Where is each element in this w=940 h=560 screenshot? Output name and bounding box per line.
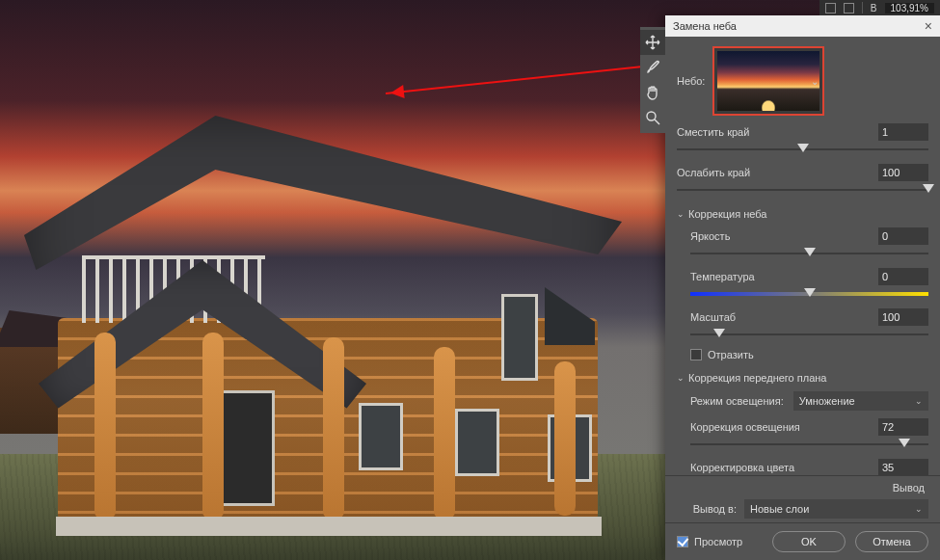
shift-edge-value[interactable]	[878, 123, 928, 141]
color-adjust-label: Корректировка цвета	[690, 462, 794, 473]
panel-titlebar[interactable]: Замена неба ×	[665, 15, 940, 37]
doc-status-bar: В 103,91%	[819, 0, 940, 15]
zoom-prefix: В	[871, 3, 877, 13]
arrange-icon-2[interactable]	[844, 3, 854, 13]
light-amount-value[interactable]	[878, 418, 928, 436]
move-tool[interactable]	[640, 30, 665, 55]
output-to-label: Вывод в:	[677, 503, 737, 515]
cancel-label: Отмена	[873, 536, 910, 547]
panel-title: Замена неба	[673, 20, 737, 32]
flip-label: Отразить	[708, 349, 754, 360]
brightness-slider[interactable]	[690, 247, 928, 260]
checkbox-icon	[690, 349, 702, 360]
preview-checkbox[interactable]: Просмотр	[677, 536, 742, 547]
output-header: Вывод	[893, 482, 925, 493]
light-amount-slider[interactable]	[690, 438, 928, 451]
preview-label: Просмотр	[694, 536, 742, 547]
svg-point-0	[647, 112, 656, 120]
sky-label: Небо:	[677, 75, 705, 87]
scale-label: Масштаб	[690, 311, 736, 323]
annotation-arrow	[386, 64, 664, 94]
arrange-icon[interactable]	[825, 3, 836, 13]
house	[19, 173, 636, 520]
brightness-value[interactable]	[878, 227, 928, 245]
ok-label: OK	[801, 536, 817, 547]
sky-brush-tool[interactable]	[640, 55, 665, 80]
scale-value[interactable]	[878, 308, 928, 326]
sky-replacement-panel: Замена неба × Небо: ⌄ Сместить край Осла…	[665, 15, 940, 560]
brightness-label: Яркость	[690, 230, 730, 242]
sky-thumbnail	[717, 51, 819, 111]
sky-preset-picker[interactable]: ⌄	[712, 46, 824, 116]
fade-edge-value[interactable]	[878, 164, 928, 181]
sky-tools	[640, 27, 665, 133]
light-amount-label: Коррекция освещения	[690, 421, 800, 433]
scale-slider[interactable]	[690, 328, 928, 341]
output-to-select[interactable]: Новые слои ⌄	[744, 499, 928, 519]
hand-tool[interactable]	[640, 80, 665, 105]
temperature-label: Температура	[690, 271, 755, 282]
light-mode-label: Режим освещения:	[690, 395, 784, 407]
temperature-value[interactable]	[878, 268, 928, 285]
flip-checkbox[interactable]: Отразить	[690, 349, 928, 360]
zoom-value[interactable]: 103,91%	[885, 3, 934, 13]
section-fg-label: Коррекция переднего плана	[688, 372, 826, 384]
chevron-down-icon: ⌄	[915, 504, 923, 514]
shift-edge-label: Сместить край	[677, 126, 749, 138]
chevron-down-icon: ⌄	[677, 373, 685, 383]
chevron-down-icon: ⌄	[677, 209, 685, 219]
fade-edge-label: Ослабить край	[677, 167, 750, 178]
chevron-down-icon: ⌄	[915, 396, 923, 406]
close-icon[interactable]: ×	[925, 19, 932, 33]
section-foreground-correction[interactable]: ⌄ Коррекция переднего плана	[677, 372, 928, 384]
ok-button[interactable]: OK	[772, 531, 846, 552]
cancel-button[interactable]: Отмена	[855, 531, 928, 552]
temperature-slider[interactable]	[690, 287, 928, 301]
light-mode-select[interactable]: Умножение ⌄	[793, 391, 928, 411]
light-mode-value: Умножение	[799, 395, 855, 407]
shift-edge-slider[interactable]	[677, 143, 928, 156]
chevron-down-icon: ⌄	[811, 76, 819, 87]
checkbox-checked-icon	[677, 536, 688, 547]
section-sky-label: Коррекция неба	[688, 208, 766, 220]
zoom-tool[interactable]	[640, 105, 665, 130]
section-sky-correction[interactable]: ⌄ Коррекция неба	[677, 208, 928, 220]
fade-edge-slider[interactable]	[677, 183, 928, 197]
output-to-value: Новые слои	[750, 503, 809, 515]
color-adjust-value[interactable]	[878, 459, 928, 475]
